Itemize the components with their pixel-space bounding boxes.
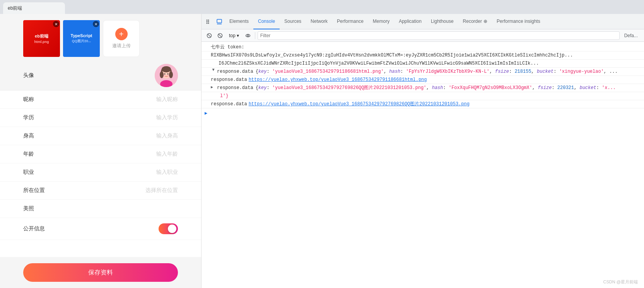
tab-performance-insights[interactable]: Performance insights bbox=[492, 14, 545, 29]
svg-point-6 bbox=[164, 74, 166, 75]
tab-label: eb前端 bbox=[8, 5, 22, 12]
block-icon[interactable] bbox=[215, 31, 225, 40]
svg-point-9 bbox=[160, 71, 164, 78]
console-line-4: response.data https://yuelao.yhxweb.top/… bbox=[202, 76, 644, 84]
top-dropdown[interactable]: top ▾ bbox=[226, 32, 242, 39]
tab-application[interactable]: Application bbox=[394, 14, 426, 29]
upload-placeholder[interactable]: + 邀请上传 bbox=[103, 20, 140, 57]
log-text-2: RIXBHwsIFX070s9LDsLwfoylv_Cvzxse4y17ycN9… bbox=[211, 52, 573, 59]
input-education[interactable]: 输入学历 bbox=[54, 114, 178, 121]
svg-point-11 bbox=[207, 19, 208, 21]
tab-memory[interactable]: Memory bbox=[368, 14, 394, 29]
img1-title: eb前端 bbox=[35, 33, 48, 39]
log-url-2[interactable]: https://yuelao.yhxweb.top/yuelaoVue3_168… bbox=[249, 101, 470, 108]
devtools-menu-icon[interactable] bbox=[203, 16, 214, 27]
svg-point-7 bbox=[167, 74, 169, 75]
top-label: top bbox=[229, 33, 236, 38]
console-line-2: RIXBHwsIFX070s9LDsLwfoylv_Cvzxse4y17ycN9… bbox=[202, 51, 644, 60]
form-row-nickname: 昵称 输入昵称 bbox=[0, 91, 201, 109]
main-area: ✕ eb前端 html.png ✕ TypeScript QQ图片20... +… bbox=[0, 14, 644, 288]
log-label-4: response.data bbox=[211, 101, 247, 108]
expand-arrow-2[interactable]: ▶ bbox=[211, 84, 215, 90]
label-age: 年龄 bbox=[23, 151, 54, 158]
upload-item-2[interactable]: ✕ TypeScript QQ图片20... bbox=[63, 20, 100, 57]
avatar[interactable] bbox=[155, 64, 178, 87]
dropdown-arrow-icon: ▾ bbox=[237, 33, 239, 38]
browser-tab[interactable]: eb前端 bbox=[3, 2, 65, 14]
avatar-svg bbox=[155, 64, 178, 87]
default-label: Defa... bbox=[621, 33, 641, 38]
save-button[interactable]: 保存资料 bbox=[23, 263, 178, 282]
tab-recorder[interactable]: Recorder ⊕ bbox=[458, 14, 492, 29]
save-btn-area: 保存资料 bbox=[0, 257, 201, 288]
label-public-info: 公开信息 bbox=[23, 225, 54, 232]
tab-network[interactable]: Network bbox=[306, 14, 332, 29]
img2-subtitle: QQ图片20... bbox=[72, 39, 91, 44]
log-obj-1: {key: 'yuelaoVue3_1686753429791186681htm… bbox=[256, 68, 618, 75]
clear-console-icon[interactable] bbox=[205, 31, 214, 40]
svg-point-24 bbox=[247, 35, 249, 36]
img1-subtitle: html.png bbox=[34, 40, 49, 44]
expand-arrow-1[interactable]: ▶ bbox=[210, 69, 216, 74]
log-url-1[interactable]: https://yuelao.yhxweb.top/yuelaoVue3_168… bbox=[249, 76, 427, 83]
app-panel: ✕ eb前端 html.png ✕ TypeScript QQ图片20... +… bbox=[0, 14, 201, 288]
console-line-2b: I6JChmc2l6ZSksXCJidWNrZXRcIjpcIiIjpcIiQo… bbox=[202, 60, 644, 68]
tab-sources[interactable]: Sources bbox=[280, 14, 306, 29]
eye-icon[interactable] bbox=[243, 31, 253, 40]
devtools-inspect-icon[interactable] bbox=[214, 16, 225, 27]
tab-lighthouse[interactable]: Lighthouse bbox=[426, 14, 458, 29]
upload-area: ✕ eb前端 html.png ✕ TypeScript QQ图片20... +… bbox=[0, 14, 201, 61]
prompt-arrow-icon: ▶ bbox=[205, 110, 207, 117]
svg-line-22 bbox=[219, 34, 222, 37]
tab-performance[interactable]: Performance bbox=[332, 14, 368, 29]
form-fields: 昵称 输入昵称 学历 输入学历 身高 输入身高 年龄 输入年龄 职业 输入职业 … bbox=[0, 91, 201, 257]
label-nickname: 昵称 bbox=[23, 96, 54, 103]
log-label-1: response.data bbox=[217, 68, 253, 75]
console-toolbar: top ▾ Defa... bbox=[202, 29, 644, 42]
form-row-age: 年龄 输入年龄 bbox=[0, 145, 201, 163]
form-row-location: 所在位置 选择所在位置 bbox=[0, 182, 201, 200]
label-location: 所在位置 bbox=[23, 187, 54, 194]
filter-input[interactable] bbox=[258, 31, 620, 40]
log-label-2: response.data bbox=[211, 76, 247, 83]
log-text-1: 七牛云 token: bbox=[211, 44, 244, 51]
input-location[interactable]: 选择所在位置 bbox=[54, 187, 178, 194]
tab-elements[interactable]: Elements bbox=[225, 14, 253, 29]
toggle-track bbox=[159, 223, 178, 234]
console-line-1: 七牛云 token: bbox=[202, 43, 644, 51]
upload-item-1[interactable]: ✕ eb前端 html.png bbox=[23, 20, 60, 57]
avatar-label: 头像 bbox=[23, 72, 46, 79]
console-line-3: ▶ response.data {key: 'yuelaoVue3_168675… bbox=[202, 68, 644, 76]
label-education: 学历 bbox=[23, 114, 54, 121]
plus-icon: + bbox=[115, 28, 128, 40]
upload-label: 邀请上传 bbox=[112, 43, 131, 49]
avatar-section: 头像 bbox=[0, 61, 201, 91]
toolbar-divider bbox=[255, 32, 255, 39]
input-nickname[interactable]: 输入昵称 bbox=[54, 96, 178, 103]
close-btn-1[interactable]: ✕ bbox=[53, 21, 59, 27]
svg-point-16 bbox=[208, 22, 209, 24]
console-prompt-line: ▶ bbox=[202, 108, 644, 118]
devtools-tabs: Elements Console Sources Network Perform… bbox=[202, 14, 644, 29]
label-beauty: 美照 bbox=[23, 205, 54, 212]
form-row-public-info: 公开信息 bbox=[0, 218, 201, 240]
form-row-job: 职业 输入职业 bbox=[0, 163, 201, 182]
svg-rect-17 bbox=[217, 19, 222, 23]
img2-title: TypeScript bbox=[70, 33, 92, 38]
form-row-beauty: 美照 bbox=[0, 200, 201, 218]
toggle-thumb bbox=[168, 225, 176, 233]
devtools-panel: Elements Console Sources Network Perform… bbox=[201, 14, 644, 288]
close-btn-2[interactable]: ✕ bbox=[93, 21, 99, 27]
console-line-5: ▶ response.data {key: 'yuelaoVue3_168675… bbox=[202, 84, 644, 92]
input-job[interactable]: 输入职业 bbox=[54, 169, 178, 176]
label-job: 职业 bbox=[23, 169, 54, 176]
label-height: 身高 bbox=[23, 132, 54, 139]
input-age[interactable]: 输入年龄 bbox=[54, 151, 178, 158]
browser-tab-bar: eb前端 bbox=[0, 0, 644, 14]
svg-point-14 bbox=[208, 19, 209, 21]
svg-point-15 bbox=[208, 21, 209, 22]
svg-point-10 bbox=[169, 71, 173, 78]
toggle-public-info[interactable] bbox=[159, 223, 178, 234]
tab-console[interactable]: Console bbox=[253, 14, 280, 29]
input-height[interactable]: 输入身高 bbox=[54, 132, 178, 139]
